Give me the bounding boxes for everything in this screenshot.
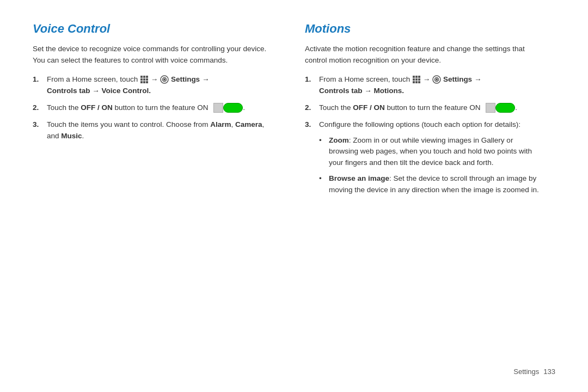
svg-rect-5: [146, 78, 148, 81]
bullet-dot-1: •: [319, 135, 328, 169]
arrow-icon-1: →: [151, 75, 160, 83]
motions-section: Motions Activate the motion recognition …: [305, 22, 555, 362]
svg-rect-2: [146, 76, 148, 78]
page: Voice Control Set the device to recogniz…: [0, 0, 588, 392]
svg-rect-18: [413, 81, 415, 83]
bullet-browse-content: Browse an image: Set the device to scrol…: [329, 173, 544, 196]
step-2-content: Touch the OFF / ON button to turn the fe…: [47, 102, 272, 114]
svg-rect-3: [140, 78, 143, 81]
toggle-track: [223, 103, 243, 113]
zoom-text: : Zoom in or out while viewing images in…: [329, 136, 532, 167]
svg-rect-17: [418, 78, 420, 81]
columns-container: Voice Control Set the device to recogniz…: [33, 22, 555, 362]
motions-steps: 1. From a Home screen, touch: [305, 74, 544, 200]
svg-rect-15: [413, 78, 415, 81]
motions-toggle-on-indicator: [484, 103, 515, 113]
motions-arrow-1: →: [423, 75, 432, 83]
motions-toggle-off-box: [486, 103, 495, 113]
motions-step-2-number: 2.: [305, 102, 317, 114]
bullet-zoom-content: Zoom: Zoom in or out while viewing image…: [329, 135, 544, 169]
step-1-bold-line: Controls tab → Voice Control.: [47, 87, 151, 95]
step-3-number: 3.: [33, 119, 45, 142]
svg-rect-4: [143, 78, 145, 81]
step-3-content: Touch the items you want to control. Cho…: [47, 119, 272, 142]
step-2-off-on: OFF / ON: [81, 103, 113, 112]
motions-settings-icon: [432, 75, 441, 84]
settings-icon: [160, 75, 169, 84]
svg-rect-19: [415, 81, 418, 83]
motions-step-1: 1. From a Home screen, touch: [305, 74, 544, 97]
motions-step-3: 3. Configure the following options (touc…: [305, 119, 544, 201]
step-1: 1. From a Home screen, touch: [33, 74, 272, 97]
motions-title: Motions: [305, 22, 544, 36]
step-1-number: 1.: [33, 74, 45, 97]
svg-rect-1: [143, 76, 145, 78]
motions-step-2-content: Touch the OFF / ON button to turn the fe…: [319, 102, 544, 114]
motions-bullet-list: • Zoom: Zoom in or out while viewing ima…: [319, 135, 544, 197]
step-2: 2. Touch the OFF / ON button to turn the…: [33, 102, 272, 114]
music-label: Music: [61, 132, 82, 140]
step-1-content: From a Home screen, touch: [47, 74, 272, 97]
bullet-browse: • Browse an image: Set the device to scr…: [319, 173, 544, 196]
svg-rect-16: [415, 78, 418, 81]
svg-rect-6: [140, 81, 143, 83]
svg-rect-20: [418, 81, 420, 83]
step-3: 3. Touch the items you want to control. …: [33, 119, 272, 142]
zoom-label: Zoom: [329, 136, 349, 144]
footer-label: Settings: [513, 367, 539, 376]
motions-step-2: 2. Touch the OFF / ON button to turn the…: [305, 102, 544, 114]
motions-step-3-number: 3.: [305, 119, 317, 201]
toggle-off-box: [213, 103, 223, 113]
motions-step-1-content: From a Home screen, touch: [319, 74, 544, 97]
grid-icon: [140, 75, 149, 84]
svg-rect-14: [418, 76, 420, 78]
motions-intro: Activate the motion recognition feature …: [305, 44, 544, 66]
voice-control-title: Voice Control: [33, 22, 272, 36]
voice-control-section: Voice Control Set the device to recogniz…: [33, 22, 283, 362]
camera-label: Camera: [235, 120, 262, 128]
svg-rect-7: [143, 81, 145, 83]
footer-page: 133: [543, 367, 555, 376]
svg-rect-8: [146, 81, 148, 83]
motions-toggle-track: [495, 103, 515, 113]
motions-step-1-bold-line: Controls tab → Motions.: [319, 87, 404, 95]
svg-rect-12: [413, 76, 415, 78]
svg-rect-13: [415, 76, 418, 78]
toggle-on-indicator: [212, 103, 243, 113]
step-2-number: 2.: [33, 102, 45, 114]
svg-rect-0: [140, 76, 143, 78]
voice-control-intro: Set the device to recognize voice comman…: [33, 44, 272, 66]
svg-point-11: [163, 78, 166, 81]
motions-step-1-number: 1.: [305, 74, 317, 97]
step-1-settings-label: Settings →: [171, 75, 210, 83]
voice-control-steps: 1. From a Home screen, touch: [33, 74, 272, 142]
bullet-dot-2: •: [319, 173, 328, 196]
bullet-zoom: • Zoom: Zoom in or out while viewing ima…: [319, 135, 544, 169]
alarm-label: Alarm: [210, 120, 231, 128]
motions-step-2-off-on: OFF / ON: [353, 103, 385, 112]
footer: Settings 133: [33, 362, 555, 376]
svg-point-23: [436, 78, 438, 81]
motions-settings-label: Settings →: [443, 75, 482, 83]
browse-label: Browse an image: [329, 174, 389, 182]
motions-step-3-content: Configure the following options (touch e…: [319, 119, 544, 201]
motions-grid-icon: [412, 75, 421, 84]
